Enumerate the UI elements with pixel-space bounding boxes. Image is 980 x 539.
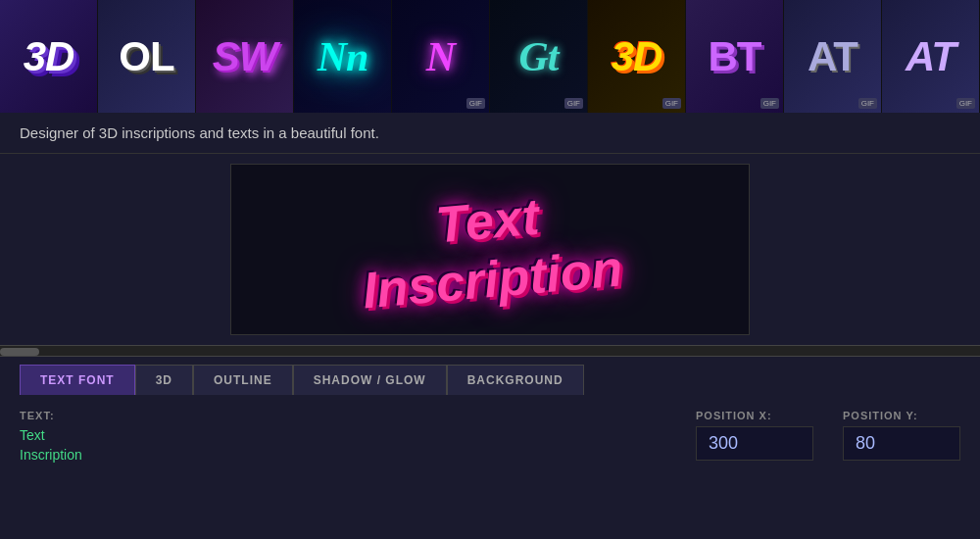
canvas-area: Text Inscription — [0, 154, 980, 345]
gallery-item-grey-bold-style[interactable]: ATGIF — [784, 0, 882, 113]
gallery-item-3d-style[interactable]: 3D — [0, 0, 98, 113]
gallery-item-circle-style[interactable]: OL — [98, 0, 196, 113]
description-text: Designer of 3D inscriptions and texts in… — [20, 124, 379, 141]
gallery-item-italic-style[interactable]: ATGIF — [882, 0, 980, 113]
position-x-group: POSITION X: — [696, 410, 813, 461]
gallery-item-neon-italic-style[interactable]: NGIF — [392, 0, 490, 113]
tab-shadow-glow[interactable]: SHADOW / GLOW — [293, 365, 447, 395]
scroll-strip[interactable] — [0, 345, 980, 357]
controls-right: POSITION X: POSITION Y: — [696, 410, 960, 461]
text-control-group: TEXT: Text Inscription — [20, 410, 82, 465]
scroll-thumb[interactable] — [0, 348, 39, 356]
gallery-item-purple-bold-style[interactable]: BTGIF — [686, 0, 784, 113]
gallery-item-neon-cursive-style[interactable]: Nn — [294, 0, 392, 113]
position-y-input[interactable] — [843, 426, 960, 461]
position-x-input[interactable] — [696, 426, 813, 461]
style-gallery: 3DOLSWNnNGIFGtGIF3DGIFBTGIFATGIFATGIFSTG… — [0, 0, 980, 113]
tabs-bar: TEXT FONT3DOUTLINESHADOW / GLOWBACKGROUN… — [0, 357, 980, 395]
tab-3d[interactable]: 3D — [135, 365, 193, 395]
preview-text: Text Inscription — [355, 179, 624, 319]
tab-background[interactable]: BACKGROUND — [447, 365, 584, 395]
position-y-label: POSITION Y: — [843, 410, 960, 421]
position-y-group: POSITION Y: — [843, 410, 960, 461]
text-label: TEXT: — [20, 410, 82, 421]
text-value-line2: Inscription — [20, 446, 82, 466]
gallery-item-script-style[interactable]: GtGIF — [490, 0, 588, 113]
gallery-item-yellow-3d-style[interactable]: 3DGIF — [588, 0, 686, 113]
gallery-item-cursive-style[interactable]: SW — [196, 0, 294, 113]
position-x-label: POSITION X: — [696, 410, 813, 421]
text-value: Text Inscription — [20, 426, 82, 465]
description-bar: Designer of 3D inscriptions and texts in… — [0, 113, 980, 154]
tab-text-font[interactable]: TEXT FONT — [20, 365, 135, 395]
preview-canvas: Text Inscription — [230, 164, 750, 335]
controls-area: TEXT: Text Inscription POSITION X: POSIT… — [0, 395, 980, 479]
tab-outline[interactable]: OUTLINE — [193, 365, 293, 395]
text-value-line1: Text — [20, 426, 82, 446]
